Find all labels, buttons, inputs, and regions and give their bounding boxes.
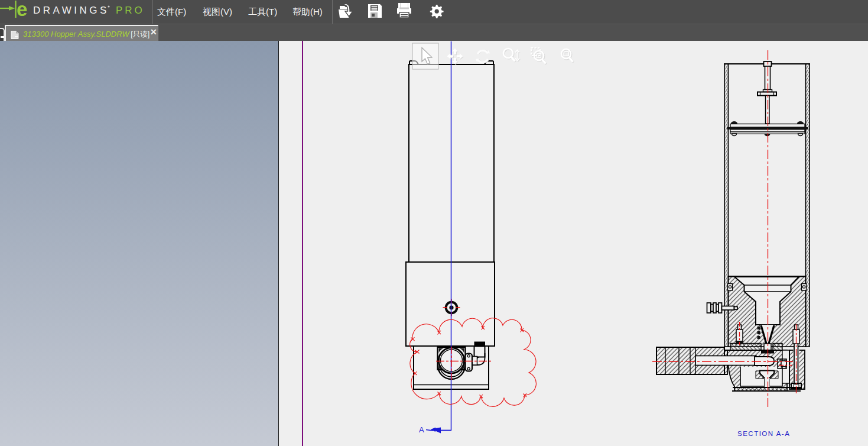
- svg-text:A: A: [419, 425, 424, 434]
- svg-text:SECTION A-A: SECTION A-A: [737, 430, 790, 437]
